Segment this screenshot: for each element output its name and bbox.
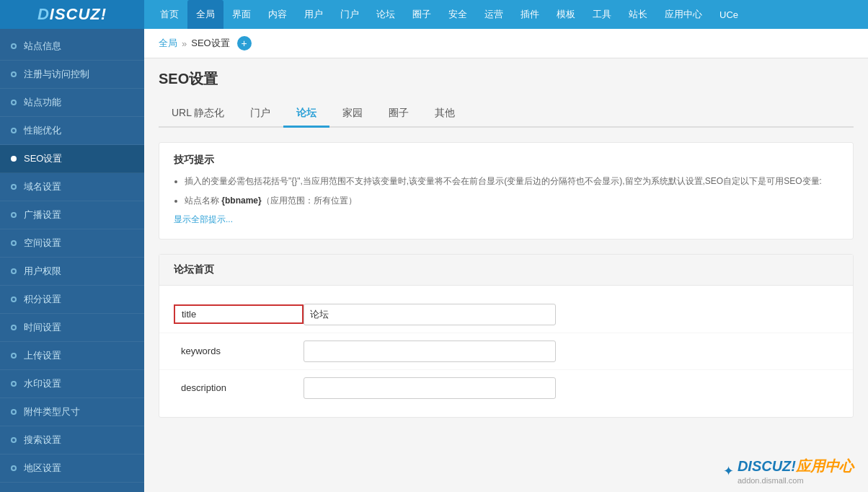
sidebar-dot	[11, 156, 17, 162]
sidebar-dot	[11, 268, 17, 274]
sidebar-item-label: 水印设置	[24, 377, 61, 390]
logo[interactable]: DISCUZ!	[0, 0, 144, 29]
top-navigation: DISCUZ! 首页全局界面内容用户门户论坛圈子安全运营插件模板工具站长应用中心…	[0, 0, 868, 29]
nav-item-插件[interactable]: 插件	[512, 0, 548, 29]
sidebar-item[interactable]: 上传设置	[0, 342, 144, 370]
breadcrumb-parent[interactable]: 全局	[159, 37, 177, 50]
sidebar-item[interactable]: 广播设置	[0, 201, 144, 229]
sub-tab[interactable]: URL 静态化	[159, 101, 237, 128]
page-title: SEO设置	[159, 69, 854, 89]
nav-item-工具[interactable]: 工具	[584, 0, 620, 29]
sidebar-item[interactable]: 用户权限	[0, 258, 144, 286]
tips-title: 技巧提示	[174, 154, 838, 167]
sidebar-dot	[11, 465, 17, 471]
sidebar-item[interactable]: 性能优化	[0, 117, 144, 145]
nav-item-运营[interactable]: 运营	[476, 0, 512, 29]
sub-tab[interactable]: 家园	[329, 101, 376, 128]
sidebar-item[interactable]: 地区设置	[0, 454, 144, 483]
nav-item-内容[interactable]: 内容	[260, 0, 296, 29]
sidebar-item-label: 站点功能	[24, 96, 61, 109]
sidebar-dot	[11, 353, 17, 359]
sidebar-dot	[11, 381, 17, 387]
tips-point1: 插入的变量必需包括花括号"{}",当应用范围不支持该变量时,该变量将不会在前台显…	[185, 176, 822, 186]
nav-item-首页[interactable]: 首页	[151, 0, 187, 29]
nav-item-论坛[interactable]: 论坛	[368, 0, 404, 29]
form-row: description	[159, 370, 853, 406]
sub-tab[interactable]: 圈子	[376, 101, 422, 128]
logo-text: DISCUZ!	[37, 5, 107, 24]
sidebar-dot	[11, 325, 17, 330]
sub-tab[interactable]: 论坛	[283, 101, 329, 128]
sidebar: 站点信息注册与访问控制站点功能性能优化SEO设置域名设置广播设置空间设置用户权限…	[0, 29, 144, 492]
footer-logo: DISCUZ!应用中心	[738, 457, 854, 476]
sidebar-item-label: 广播设置	[24, 208, 61, 221]
sidebar-dot	[11, 296, 17, 302]
sub-tab[interactable]: 其他	[422, 101, 468, 128]
content-area: 全局 » SEO设置 + SEO设置 URL 静态化门户论坛家园圈子其他 技巧提…	[144, 29, 868, 492]
form-label: keywords	[174, 342, 304, 360]
nav-item-圈子[interactable]: 圈子	[404, 0, 440, 29]
forum-section: 论坛首页 titlekeywordsdescription	[159, 254, 854, 418]
form-label: description	[174, 379, 304, 397]
tips-point2-prefix: 站点名称	[185, 196, 221, 206]
sidebar-item-label: 地区设置	[24, 462, 61, 475]
sidebar-item-label: 时间设置	[24, 321, 61, 334]
form-input-field[interactable]	[304, 341, 556, 362]
sidebar-dot	[11, 100, 17, 105]
sidebar-item[interactable]: 附件类型尺寸	[0, 398, 144, 426]
sidebar-dot	[11, 43, 17, 49]
form-input-field[interactable]	[304, 377, 556, 399]
sidebar-item[interactable]: SEO设置	[0, 145, 144, 173]
sidebar-item-label: 域名设置	[24, 180, 61, 193]
breadcrumb-current: SEO设置	[191, 37, 229, 50]
nav-item-应用中心[interactable]: 应用中心	[656, 0, 711, 29]
sidebar-item-label: 站点信息	[24, 40, 61, 53]
footer-icon: ✦	[723, 463, 734, 479]
nav-item-安全[interactable]: 安全	[440, 0, 476, 29]
form-row: title	[159, 296, 853, 333]
form-input-wrapper	[304, 341, 556, 362]
sidebar-item[interactable]: 时间设置	[0, 314, 144, 342]
page-content: SEO设置 URL 静态化门户论坛家园圈子其他 技巧提示 插入的变量必需包括花括…	[144, 58, 868, 429]
sidebar-item-label: 搜索设置	[24, 434, 61, 447]
nav-item-站长[interactable]: 站长	[620, 0, 656, 29]
main-layout: 站点信息注册与访问控制站点功能性能优化SEO设置域名设置广播设置空间设置用户权限…	[0, 29, 868, 492]
sidebar-dot	[11, 71, 17, 77]
sidebar-item[interactable]: 积分设置	[0, 286, 144, 314]
nav-item-全局[interactable]: 全局	[187, 0, 223, 29]
sub-tabs: URL 静态化门户论坛家园圈子其他	[159, 100, 854, 128]
nav-items: 首页全局界面内容用户门户论坛圈子安全运营插件模板工具站长应用中心UCe	[144, 0, 754, 29]
sidebar-item-label: 注册与访问控制	[24, 68, 89, 81]
sidebar-dot	[11, 128, 17, 133]
form-input-wrapper	[304, 304, 556, 325]
tips-section: 技巧提示 插入的变量必需包括花括号"{}",当应用范围不支持该变量时,该变量将不…	[159, 142, 854, 240]
sidebar-item[interactable]: 水印设置	[0, 370, 144, 398]
nav-item-用户[interactable]: 用户	[296, 0, 332, 29]
breadcrumb-sep: »	[182, 38, 187, 49]
nav-item-门户[interactable]: 门户	[332, 0, 368, 29]
add-button[interactable]: +	[237, 36, 252, 50]
sidebar-item[interactable]: 空间设置	[0, 229, 144, 258]
form-input-field[interactable]	[304, 304, 556, 325]
tips-content: 插入的变量必需包括花括号"{}",当应用范围不支持该变量时,该变量将不会在前台显…	[174, 174, 838, 228]
sidebar-dot	[11, 409, 17, 415]
sidebar-item-label: 空间设置	[24, 237, 61, 250]
form-row: keywords	[159, 333, 853, 370]
nav-item-UCe[interactable]: UCe	[711, 0, 747, 29]
sidebar-dot	[11, 240, 17, 246]
sidebar-dot	[11, 212, 17, 218]
sidebar-item[interactable]: 搜索设置	[0, 426, 144, 454]
footer-brand: ✦ DISCUZ!应用中心 addon.dismall.com	[723, 457, 854, 485]
sidebar-item[interactable]: 域名设置	[0, 173, 144, 201]
nav-item-界面[interactable]: 界面	[223, 0, 260, 29]
forum-section-header: 论坛首页	[159, 255, 853, 286]
sidebar-item[interactable]: 注册与访问控制	[0, 61, 144, 89]
sidebar-item-label: 积分设置	[24, 293, 61, 306]
tips-show-all-link[interactable]: 显示全部提示...	[174, 214, 233, 224]
breadcrumb: 全局 » SEO设置 +	[144, 29, 868, 58]
sidebar-item[interactable]: 站点信息	[0, 32, 144, 61]
sidebar-item-label: 上传设置	[24, 349, 61, 362]
sidebar-item[interactable]: 站点功能	[0, 89, 144, 117]
sub-tab[interactable]: 门户	[237, 101, 283, 128]
nav-item-模板[interactable]: 模板	[548, 0, 584, 29]
